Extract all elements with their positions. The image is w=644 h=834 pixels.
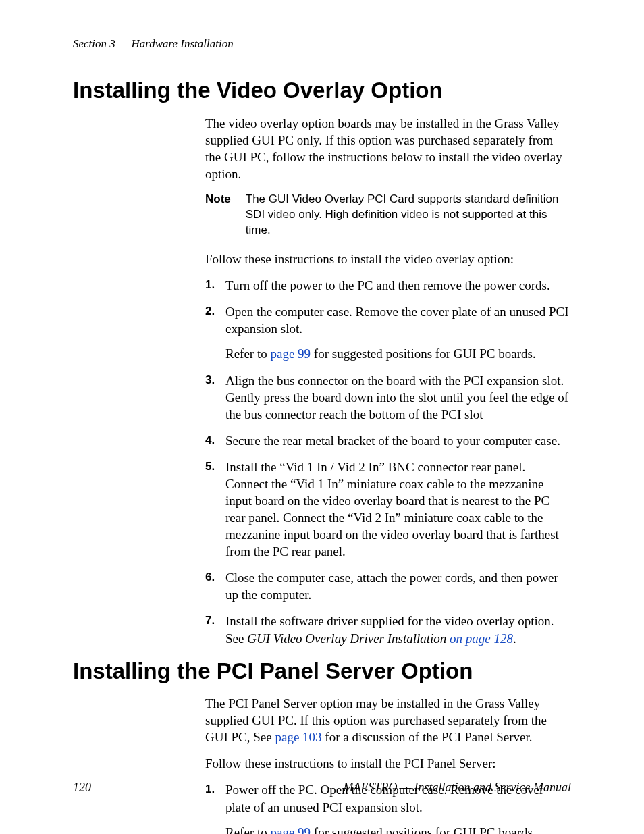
step-item: Turn off the power to the PC and then re…: [205, 277, 571, 294]
section-heading-video-overlay: Installing the Video Overlay Option: [73, 76, 571, 105]
page: Section 3 — Hardware Installation Instal…: [0, 0, 644, 834]
step-subtext: Refer to page 99 for suggested positions…: [225, 345, 571, 362]
note-label: Note: [205, 192, 231, 238]
step-item: Install the “Vid 1 In / Vid 2 In” BNC co…: [205, 459, 571, 560]
step-item: Align the bus connector on the board wit…: [205, 372, 571, 423]
step-text: Open the computer case. Remove the cover…: [225, 305, 569, 336]
step-item: Secure the rear metal bracket of the boa…: [205, 432, 571, 449]
step-text: Secure the rear metal bracket of the boa…: [225, 434, 560, 448]
section-heading-pci-panel: Installing the PCI Panel Server Option: [73, 656, 571, 686]
page-link[interactable]: page 99: [270, 825, 311, 834]
note-block: Note The GUI Video Overlay PCI Card supp…: [205, 192, 571, 238]
steps-list-video-overlay: Turn off the power to the PC and then re…: [205, 277, 571, 646]
page-link[interactable]: on page 128: [450, 631, 513, 646]
step-item: Open the computer case. Remove the cover…: [205, 303, 571, 362]
text-fragment: for a discussion of the PCI Panel Server…: [322, 730, 533, 744]
note-body: The GUI Video Overlay PCI Card supports …: [246, 192, 571, 238]
step-subtext: Refer to page 99 for suggested positions…: [225, 824, 571, 834]
intro-paragraph: The video overlay option boards may be i…: [205, 115, 571, 182]
page-number: 120: [73, 780, 91, 796]
intro-paragraph: The PCI Panel Server option may be insta…: [205, 695, 571, 746]
italic-reference: GUI Video Overlay Driver Installation: [247, 631, 450, 646]
step-item: Install the software driver supplied for…: [205, 613, 571, 646]
running-header: Section 3 — Hardware Installation: [73, 36, 571, 51]
step-text: Install the “Vid 1 In / Vid 2 In” BNC co…: [225, 460, 559, 558]
step-item: Close the computer case, attach the powe…: [205, 569, 571, 603]
text-fragment: Refer to: [225, 825, 270, 834]
doc-title: MAESTRO — Installation and Service Manua…: [344, 780, 571, 796]
page-footer: 120 MAESTRO — Installation and Service M…: [73, 780, 571, 796]
step-text: Close the computer case, attach the powe…: [225, 571, 558, 602]
step-text: Turn off the power to the PC and then re…: [225, 278, 550, 292]
page-link[interactable]: page 99: [270, 346, 311, 361]
text-fragment: for suggested positions for GUI PC board…: [311, 825, 536, 834]
content-column: Installing the Video Overlay Option The …: [205, 76, 571, 834]
text-fragment: for suggested positions for GUI PC board…: [311, 346, 536, 361]
step-text: Align the bus connector on the board wit…: [225, 373, 568, 421]
lead-paragraph: Follow these instructions to install the…: [205, 755, 571, 772]
text-fragment: .: [513, 631, 516, 646]
text-fragment: Refer to: [225, 346, 270, 361]
page-link[interactable]: page 103: [275, 730, 321, 744]
lead-paragraph: Follow these instructions to install the…: [205, 251, 571, 267]
